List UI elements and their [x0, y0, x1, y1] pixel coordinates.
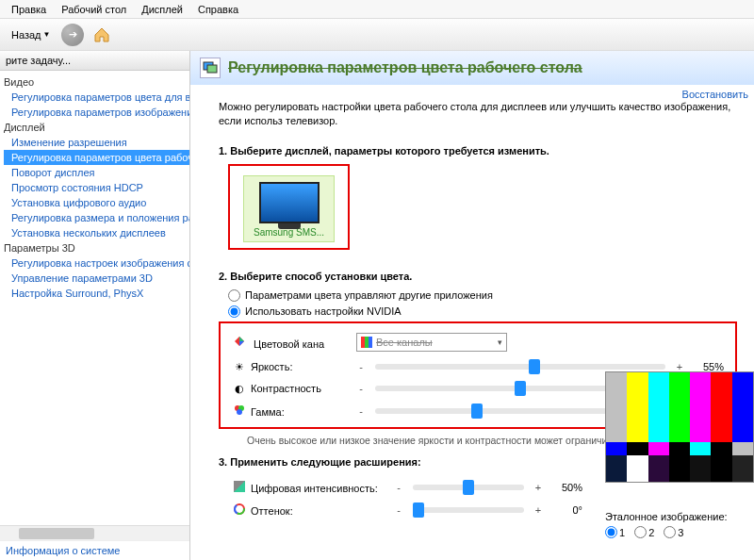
sidebar-scrollbar[interactable]: [0, 525, 189, 540]
contrast-label: Контрастность: [251, 383, 321, 394]
hue-label: Оттенок:: [251, 505, 293, 517]
forward-button[interactable]: ➔: [61, 24, 84, 46]
radio-nvidia-label: Использовать настройки NVIDIA: [245, 305, 402, 317]
toolbar: Назад ▼ ➔: [0, 19, 754, 51]
rgb-icon: [361, 337, 372, 348]
display-item[interactable]: Samsung SMS...: [243, 175, 335, 242]
menu-display[interactable]: Дисплей: [134, 2, 190, 17]
radio-other-apps[interactable]: [228, 289, 240, 302]
menubar: Правка Рабочий стол Дисплей Справка: [0, 0, 754, 19]
sidebar-item[interactable]: Регулировка размера и положения рабо: [4, 210, 189, 225]
hue-slider[interactable]: [413, 507, 524, 513]
svg-rect-1: [207, 65, 217, 73]
sidebar-item[interactable]: Установка цифрового аудио: [4, 195, 189, 210]
radio-other-label: Параметрами цвета управляют другие прило…: [245, 289, 493, 301]
palette-icon: [232, 335, 247, 350]
menu-help[interactable]: Справка: [190, 2, 246, 17]
digital-label: Цифровая интенсивность:: [251, 483, 378, 494]
ref-radio-2[interactable]: [634, 526, 647, 538]
back-label: Назад: [11, 29, 41, 41]
ref-2-label: 2: [648, 527, 654, 538]
chevron-down-icon: ▾: [498, 338, 502, 347]
sidebar-item[interactable]: Регулировка параметров изображения д: [4, 105, 189, 120]
color-bars-preview: [605, 371, 754, 483]
step1-title: 1. Выберите дисплей, параметры которого …: [219, 145, 737, 156]
svg-point-7: [237, 409, 242, 415]
system-info-link[interactable]: Информация о системе: [0, 540, 189, 560]
arrow-right-icon: ➔: [69, 28, 77, 41]
display-selector: Samsung SMS...: [228, 164, 350, 250]
channel-label: Цветовой кана: [254, 338, 324, 350]
sidebar-item[interactable]: Просмотр состояния HDCP: [4, 180, 189, 195]
group-display: Дисплей: [4, 120, 189, 135]
ref-3-label: 3: [678, 527, 683, 538]
gamma-icon: [232, 404, 247, 418]
ref-radio-1[interactable]: [605, 526, 617, 538]
color-channel-select[interactable]: Все каналы ▾: [356, 333, 507, 352]
sidebar-item[interactable]: Регулировка параметров цвета для вид: [4, 90, 189, 105]
brightness-icon: ☀: [232, 361, 247, 373]
banner: Регулировка параметров цвета рабочего ст…: [190, 51, 754, 85]
reference-radios: 1 2 3: [605, 526, 754, 538]
menu-edit[interactable]: Правка: [4, 2, 54, 17]
minus-icon: -: [354, 357, 368, 377]
page-title: Регулировка параметров цвета рабочего ст…: [228, 59, 582, 76]
minus-icon: -: [354, 379, 368, 399]
sidebar-item[interactable]: Управление параметрами 3D: [4, 271, 189, 286]
sidebar-item[interactable]: Изменение разрешения: [4, 135, 189, 150]
minus-icon: -: [392, 500, 405, 520]
brightness-slider[interactable]: [375, 364, 665, 370]
gamma-label: Гамма:: [251, 406, 285, 418]
sidebar-item[interactable]: Поворот дисплея: [4, 165, 189, 180]
minus-icon: -: [392, 477, 405, 498]
banner-icon: [200, 58, 221, 78]
brightness-label: Яркость:: [251, 361, 292, 372]
sidebar-item-active[interactable]: Регулировка параметров цвета рабочег: [4, 150, 189, 165]
hue-value: 0°: [547, 500, 584, 520]
hue-icon: [232, 503, 247, 517]
task-header: рите задачу...: [0, 51, 189, 71]
svg-rect-4: [369, 337, 372, 348]
svg-rect-2: [361, 337, 365, 348]
sidebar: рите задачу... Видео Регулировка парамет…: [0, 51, 190, 560]
digital-vibrance-slider[interactable]: [413, 485, 524, 490]
svg-rect-3: [365, 337, 369, 348]
reference-label: Эталонное изображение:: [605, 511, 754, 522]
back-button[interactable]: Назад ▼: [6, 27, 56, 42]
content: Регулировка параметров цвета рабочего ст…: [190, 51, 754, 560]
contrast-icon: ◐: [232, 383, 247, 395]
sidebar-item[interactable]: Регулировка настроек изображения с пр: [4, 255, 189, 271]
sidebar-item[interactable]: Настройка Surround, PhysX: [4, 286, 189, 301]
group-3d: Параметры 3D: [4, 240, 189, 255]
preview-panel: Эталонное изображение: 1 2 3: [605, 371, 754, 538]
ref-radio-3[interactable]: [664, 526, 676, 538]
group-video: Видео: [4, 74, 189, 90]
digital-value: 50%: [547, 477, 584, 498]
monitor-icon: [259, 182, 320, 223]
minus-icon: -: [354, 401, 368, 421]
plus-icon: +: [532, 500, 545, 520]
channel-value: Все каналы: [376, 337, 433, 348]
digital-vibrance-icon: [232, 481, 247, 494]
menu-desktop[interactable]: Рабочий стол: [54, 2, 134, 17]
nav-tree: Видео Регулировка параметров цвета для в…: [0, 71, 189, 525]
sidebar-item[interactable]: Установка нескольких дисплеев: [4, 225, 189, 240]
plus-icon: +: [532, 477, 545, 498]
step2-title: 2. Выберите способ установки цвета.: [219, 271, 737, 282]
home-button[interactable]: [90, 23, 114, 47]
chevron-down-icon: ▼: [43, 30, 51, 39]
description: Можно регулировать настройки цвета рабоч…: [219, 100, 737, 128]
radio-nvidia[interactable]: [228, 305, 240, 318]
home-icon: [92, 25, 111, 44]
restore-link[interactable]: Восстановить: [682, 89, 748, 100]
ref-1-label: 1: [619, 527, 625, 538]
